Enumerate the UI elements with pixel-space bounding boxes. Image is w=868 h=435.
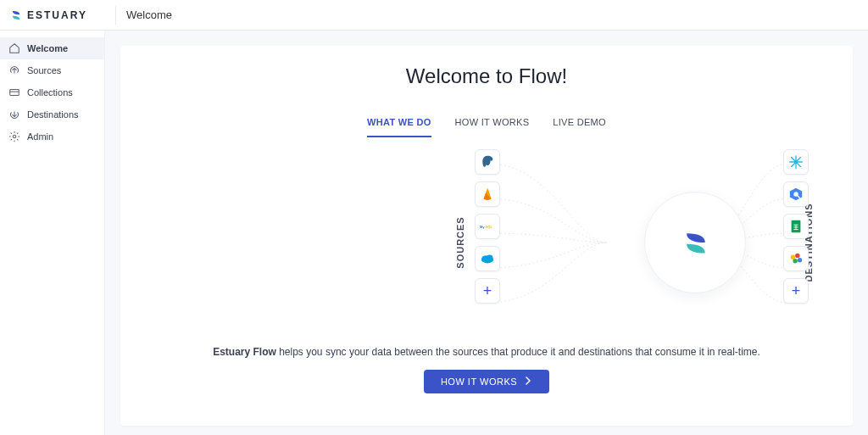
tab-live-demo[interactable]: LIVE DEMO: [553, 112, 606, 137]
brand-word: ESTUARY: [27, 9, 87, 21]
sidebar: WelcomeSourcesCollectionsDestinationsAdm…: [0, 31, 105, 435]
sidebar-item-label: Collections: [27, 87, 73, 98]
sources-label: SOURCES: [455, 216, 465, 268]
add-destination-icon[interactable]: +: [783, 278, 809, 304]
flow-logo-icon: [680, 227, 710, 258]
tabs: WHAT WE DOHOW IT WORKSLIVE DEMO: [137, 112, 836, 137]
main-area: Welcome to Flow! WHAT WE DOHOW IT WORKSL…: [105, 31, 868, 435]
sidebar-item-admin[interactable]: Admin: [0, 125, 104, 148]
welcome-description-rest: helps you sync your data between the sou…: [276, 346, 760, 358]
sidebar-item-label: Admin: [27, 131, 53, 142]
destinations-column: +: [783, 149, 809, 304]
tab-how-it-works[interactable]: HOW IT WORKS: [455, 112, 530, 137]
salesforce-icon[interactable]: [475, 246, 500, 271]
download-icon: [8, 109, 20, 120]
brand-logo[interactable]: ESTUARY: [0, 0, 105, 31]
mysql-icon[interactable]: MySQL: [475, 214, 500, 239]
add-source-icon[interactable]: +: [475, 278, 500, 304]
flow-node: [644, 192, 746, 293]
svg-text:SQL: SQL: [486, 225, 493, 229]
pipeline-figure: SOURCES DESTINATIONS: [137, 149, 836, 336]
snowflake-icon[interactable]: [783, 149, 809, 175]
welcome-description: Estuary Flow helps you sync your data be…: [137, 346, 836, 358]
chevron-right-icon: [524, 376, 532, 387]
google-sheets-icon[interactable]: [783, 214, 809, 239]
sidebar-item-label: Welcome: [27, 43, 68, 53]
sidebar-item-label: Sources: [27, 65, 61, 75]
sidebar-item-label: Destinations: [27, 109, 79, 120]
svg-text:My: My: [480, 225, 485, 229]
welcome-title: Welcome to Flow!: [137, 64, 836, 88]
welcome-description-bold: Estuary Flow: [213, 346, 276, 358]
page-title: Welcome: [126, 8, 172, 21]
sidebar-item-welcome[interactable]: Welcome: [0, 37, 104, 59]
how-it-works-button[interactable]: HOW IT WORKS: [424, 370, 549, 393]
home-icon: [8, 42, 20, 54]
svg-rect-0: [10, 90, 19, 96]
sources-column: MySQL+: [475, 149, 500, 304]
svg-point-12: [793, 259, 797, 263]
svg-point-6: [487, 255, 492, 259]
welcome-card: Welcome to Flow! WHAT WE DOHOW IT WORKSL…: [120, 46, 853, 426]
cta-label: HOW IT WORKS: [441, 376, 517, 387]
layers-icon: [8, 86, 20, 98]
svg-point-13: [798, 258, 802, 262]
svg-point-10: [791, 255, 795, 259]
gear-icon: [8, 131, 20, 142]
svg-point-1: [13, 135, 16, 138]
svg-point-11: [795, 254, 799, 258]
analytics-icon[interactable]: [783, 246, 809, 271]
sidebar-item-collections[interactable]: Collections: [0, 81, 104, 103]
postgresql-icon[interactable]: [475, 149, 500, 175]
bigquery-icon[interactable]: [783, 181, 809, 207]
topbar-divider: [115, 6, 116, 25]
sidebar-item-sources[interactable]: Sources: [0, 59, 104, 81]
topbar: ESTUARY Welcome: [0, 0, 868, 31]
tab-what-we-do[interactable]: WHAT WE DO: [367, 112, 431, 137]
firebase-icon[interactable]: [475, 181, 500, 207]
brand-mark-icon: [10, 9, 22, 21]
upload-icon: [8, 64, 20, 76]
sidebar-item-destinations[interactable]: Destinations: [0, 103, 104, 125]
